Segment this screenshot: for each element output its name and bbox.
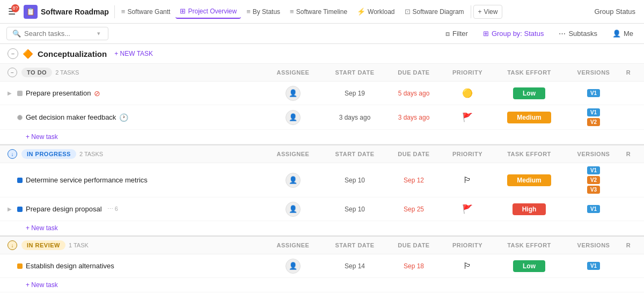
app-title: Software Roadmap [41,8,109,16]
assignee-cell: 👤 [261,110,325,125]
start-date-cell: Sep 10 [325,206,384,213]
tab-overview-label: Project Overview [188,8,237,15]
clock-icon: 🕐 [119,113,128,122]
tab-workload[interactable]: ⚡ Workload [353,5,399,18]
search-input[interactable] [24,30,94,38]
group-inprogress-toggle[interactable]: ↓ [8,149,17,159]
section-icon: 🔶 [23,49,33,59]
versions-cell: V1 [567,205,620,213]
gantt-icon: ≡ [121,8,126,16]
section-conceptualization: − 🔶 Conceptualization + NEW TASK − TO DO… [0,44,644,292]
app-logo-icon: 📋 [24,5,38,19]
version-tag-v1: V1 [587,166,600,174]
diagram-icon: ⊡ [405,8,411,16]
tab-view[interactable]: + View [473,5,503,19]
tab-diagram[interactable]: ⊡ Software Diagram [400,5,469,18]
group-inreview-toggle[interactable]: ↓ [8,240,17,250]
subtasks-label: Subtasks [568,30,597,38]
col-assignee2: ASSIGNEE [261,151,325,157]
group-inreview: ↓ IN REVIEW 1 TASK ASSIGNEE START DATE D… [0,236,644,292]
start-date-cell: Sep 14 [325,262,384,270]
task-name-cell: ▶ Prepare design proposal ⋯ 6 [8,205,261,213]
tab-gantt[interactable]: ≡ Software Gantt [117,5,175,18]
priority-cell: 🟡 [443,88,492,98]
table-row: Establish design alternatives 👤 Sep 14 S… [0,254,644,278]
nav-divider [114,5,115,18]
col-due-date: DUE DATE [384,69,443,76]
status-todo-badge: TO DO [21,68,52,77]
subtasks-button[interactable]: ⋯ Subtasks [554,27,601,40]
col-r3: R [620,242,636,248]
task-name[interactable]: Establish design alternatives [26,262,114,270]
menu-icon-wrapper[interactable]: ☰ 8? [4,4,19,19]
task-color-dot [17,91,23,96]
top-nav: ☰ 8? 📋 Software Roadmap ≡ Software Gantt… [0,0,644,24]
new-task-row-inprogress[interactable]: + New task [0,221,644,236]
tab-timeline[interactable]: ≡ Software Timeline [286,5,352,18]
task-expand-icon[interactable]: ▶ [8,90,14,96]
group-inprogress: ↓ IN PROGRESS 2 TASKS ASSIGNEE START DAT… [0,144,644,236]
start-date-cell: Sep 10 [325,177,384,184]
inprogress-task-count: 2 TASKS [79,151,103,157]
dropdown-arrow-icon[interactable]: ▾ [97,30,100,37]
me-button[interactable]: 👤 Me [608,27,638,40]
new-task-row-inreview[interactable]: + New task [0,278,644,292]
task-color-dot [17,178,23,183]
status-inprogress-badge: IN PROGRESS [21,149,76,159]
task-name[interactable]: Prepare presentation [26,89,91,97]
assignee-cell: 👤 [261,259,325,274]
assignee-cell: 👤 [261,202,325,217]
me-label: Me [624,30,633,38]
col-start-date: START DATE [325,69,384,76]
col-due-date3: DUE DATE [384,242,443,248]
task-expand-icon[interactable]: ▶ [8,206,14,212]
group-status-label: Group Status [594,8,640,16]
versions-cell: V1 V2 V3 [567,166,620,194]
new-task-button[interactable]: + NEW TASK [114,50,153,57]
table-row: ▶ Prepare presentation ⊘ 👤 Sep 19 5 days… [0,82,644,105]
col-versions3: VERSIONS [567,242,620,248]
due-date-cell: Sep 18 [384,262,443,270]
tab-view-label: View [484,8,498,16]
col-priority3: PRIORITY [443,242,492,248]
nav-divider2 [471,5,471,18]
table-row: ▶ Prepare design proposal ⋯ 6 👤 Sep 10 S… [0,197,644,221]
tab-status[interactable]: ≡ By Status [242,5,284,18]
tab-gantt-label: Software Gantt [127,8,170,16]
effort-badge: Medium [507,174,551,186]
col-task-effort3: TASK EFFORT [492,242,567,248]
table-row: Determine service performance metrics 👤 … [0,163,644,197]
assignee-cell: 👤 [261,86,325,101]
assignee-avatar: 👤 [286,173,301,188]
filter-button[interactable]: ⧈ Filter [441,27,472,40]
assignee-avatar: 👤 [286,110,301,125]
tab-workload-label: Workload [368,8,394,16]
due-date-cell: Sep 12 [384,177,443,184]
version-tag-v2: V2 [587,118,600,126]
status-inreview-badge: IN REVIEW [21,240,65,250]
col-task-effort: TASK EFFORT [492,69,567,76]
version-tag-v1: V1 [587,262,600,270]
search-icon: 🔍 [12,30,21,38]
task-color-dot [17,207,23,212]
group-by-button[interactable]: ⊞ Group by: Status [479,27,548,40]
task-name[interactable]: Determine service performance metrics [26,176,148,184]
effort-cell: Medium [492,174,567,186]
col-assignee3: ASSIGNEE [261,242,325,248]
new-task-row-todo[interactable]: + New task [0,130,644,144]
task-name[interactable]: Get decision maker feedback [26,113,116,121]
main-content: − 🔶 Conceptualization + NEW TASK − TO DO… [0,44,644,305]
effort-badge: High [513,203,546,215]
filter-label: Filter [452,30,468,38]
task-color-dot [17,263,23,269]
section-toggle[interactable]: − [8,48,18,59]
task-color-dot [17,115,23,120]
assignee-avatar: 👤 [286,259,301,274]
search-box[interactable]: 🔍 ▾ [6,27,108,40]
version-tag: V1 [587,89,600,97]
effort-badge: Low [513,260,545,272]
group-todo: − TO DO 2 TASKS ASSIGNEE START DATE DUE … [0,64,644,144]
tab-overview[interactable]: ⊞ Project Overview [175,4,241,19]
group-todo-toggle[interactable]: − [8,68,17,77]
task-name[interactable]: Prepare design proposal [26,205,102,213]
